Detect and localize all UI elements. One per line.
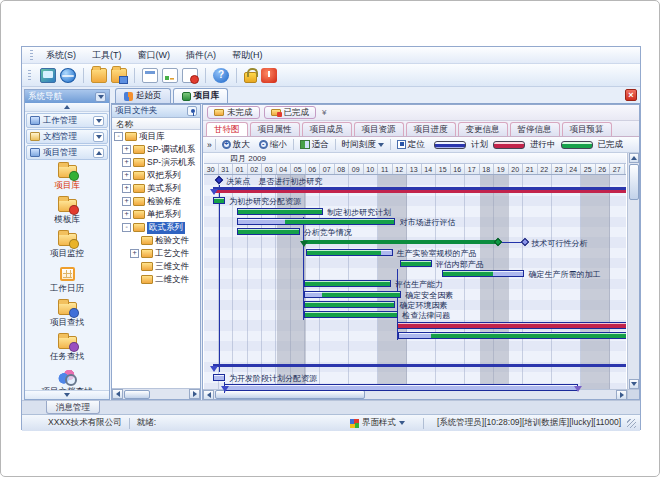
tree-node[interactable]: 二维文件 xyxy=(112,273,200,286)
gantt-tab-暂停信息[interactable]: 暂停信息 xyxy=(510,122,560,136)
menu-item[interactable]: 插件(A) xyxy=(178,48,224,63)
sidebar-item-project-library[interactable]: 项目库 xyxy=(25,160,109,194)
tree-node[interactable]: -欧式系列 xyxy=(112,221,200,234)
tree-horizontal-scrollbar[interactable] xyxy=(112,388,200,399)
sidebar-collapse-button[interactable] xyxy=(95,92,106,102)
gantt-task-bar[interactable] xyxy=(304,291,401,298)
chevron-up-icon[interactable] xyxy=(93,148,104,158)
gantt-toolbar-缩小[interactable]: 缩小 xyxy=(256,138,290,152)
tree-expander-icon[interactable]: + xyxy=(122,184,131,193)
scroll-down-icon[interactable] xyxy=(629,379,639,389)
alert-report-icon[interactable] xyxy=(182,68,198,83)
sidebar-scroll-up-button[interactable] xyxy=(25,103,109,112)
gantt-toolbar-适合[interactable]: 适合 xyxy=(297,138,332,152)
tree-node[interactable]: +单把系列 xyxy=(112,208,200,221)
lock-icon[interactable] xyxy=(244,72,257,83)
scrollbar-thumb[interactable] xyxy=(629,164,639,200)
sidebar-group-collapsed[interactable]: 文档管理 xyxy=(26,129,108,144)
menu-item[interactable]: 窗口(W) xyxy=(130,48,179,63)
tree-node[interactable]: +SP-演示机系 xyxy=(112,156,200,169)
gantt-task-bar[interactable] xyxy=(237,218,395,225)
scroll-up-icon[interactable] xyxy=(629,153,639,163)
gantt-toolbar-定位[interactable]: 定位 xyxy=(394,138,428,152)
report-icon[interactable] xyxy=(142,68,158,83)
gantt-task-bar[interactable] xyxy=(213,374,225,381)
tree-node[interactable]: +工艺文件 xyxy=(112,247,200,260)
gantt-toolbar-放大[interactable]: 放大 xyxy=(219,138,253,152)
globe-icon[interactable] xyxy=(60,68,76,83)
tree-node[interactable]: +双把系列 xyxy=(112,169,200,182)
menu-item[interactable]: 工具(T) xyxy=(84,48,130,63)
gantt-tab-项目进度[interactable]: 项目进度 xyxy=(406,122,456,136)
gantt-tab-项目属性[interactable]: 项目属性 xyxy=(250,122,300,136)
scrollbar-thumb[interactable] xyxy=(215,390,365,399)
document-tab-起始页[interactable]: 起始页 xyxy=(115,88,171,103)
scroll-left-icon[interactable] xyxy=(112,389,123,399)
sidebar-item-project-search[interactable]: 项目查找 xyxy=(25,297,109,331)
gantt-task-bar[interactable] xyxy=(304,280,391,287)
gantt-tab-项目成员[interactable]: 项目成员 xyxy=(302,122,352,136)
gantt-task-bar[interactable] xyxy=(400,260,432,267)
filter-button-已完成[interactable]: 已完成 xyxy=(264,106,317,119)
resize-grip-icon[interactable] xyxy=(627,419,636,428)
tree-expander-icon[interactable]: + xyxy=(122,171,131,180)
gantt-task-bar[interactable] xyxy=(304,301,395,308)
tree-expander-icon[interactable]: - xyxy=(114,132,123,141)
tree-node[interactable]: +SP-调试机系 xyxy=(112,143,200,156)
folder-window-icon[interactable] xyxy=(111,68,127,83)
scroll-left-icon[interactable] xyxy=(203,390,214,400)
tree-expander-icon[interactable]: + xyxy=(122,197,131,206)
overflow-icon[interactable]: ¥ xyxy=(322,108,326,117)
folder-open-icon[interactable] xyxy=(91,68,107,83)
chevron-down-icon[interactable] xyxy=(93,116,104,126)
gantt-milestone[interactable] xyxy=(520,238,528,246)
chart-report-icon[interactable] xyxy=(162,68,178,83)
tree-expander-icon[interactable]: - xyxy=(122,223,131,232)
sidebar-item-project-monitor[interactable]: 项目监控 xyxy=(25,228,109,262)
document-tab-项目库[interactable]: 项目库 xyxy=(173,88,229,103)
tree-node[interactable]: +美式系列 xyxy=(112,182,200,195)
close-icon[interactable]: × xyxy=(625,89,637,101)
gantt-summary-bar[interactable] xyxy=(213,364,626,367)
gantt-task-bar[interactable] xyxy=(442,270,525,277)
pin-icon[interactable] xyxy=(187,106,197,116)
gantt-summary-bar[interactable] xyxy=(303,240,499,244)
gantt-task-bar[interactable] xyxy=(397,322,626,329)
gantt-task-bar[interactable] xyxy=(306,249,393,256)
help-icon[interactable] xyxy=(213,68,229,83)
gantt-tab-变更信息[interactable]: 变更信息 xyxy=(458,122,508,136)
gantt-task-bar[interactable] xyxy=(224,384,579,391)
menu-item[interactable]: 系统(S) xyxy=(38,48,84,63)
toolbar-chevron-icon[interactable]: » xyxy=(207,140,212,150)
tree-expander-icon[interactable]: + xyxy=(130,249,139,258)
gantt-task-bar[interactable] xyxy=(304,311,398,318)
scroll-right-icon[interactable] xyxy=(189,389,200,399)
message-manager-tab[interactable]: 消息管理 xyxy=(46,401,100,414)
gantt-vertical-scrollbar[interactable] xyxy=(627,153,639,389)
sidebar-item-task-search[interactable]: 任务查找 xyxy=(25,331,109,365)
tree-node[interactable]: 检验文件 xyxy=(112,234,200,247)
gantt-task-bar[interactable] xyxy=(237,208,323,215)
monitor-icon[interactable] xyxy=(40,68,56,83)
gantt-toolbar-时间刻度[interactable]: 时间刻度 xyxy=(339,138,387,152)
scrollbar-thumb[interactable] xyxy=(124,390,150,399)
gantt-task-bar[interactable] xyxy=(213,197,225,204)
tree-node[interactable]: +检验标准 xyxy=(112,195,200,208)
gantt-tab-甘特图[interactable]: 甘特图 xyxy=(206,122,248,136)
gantt-task-bar[interactable] xyxy=(237,228,299,235)
sidebar-scroll-down-button[interactable] xyxy=(25,390,109,399)
sidebar-group-expanded[interactable]: 项目管理 xyxy=(26,145,108,160)
tree-column-header[interactable]: 名称 xyxy=(112,118,200,130)
tree-expander-icon[interactable]: + xyxy=(122,158,131,167)
filter-button-未完成[interactable]: 未完成 xyxy=(207,106,260,119)
chevron-down-icon[interactable] xyxy=(93,132,104,142)
gantt-tab-项目资源[interactable]: 项目资源 xyxy=(354,122,404,136)
tree-expander-icon[interactable]: + xyxy=(122,210,131,219)
gantt-tab-项目预算[interactable]: 项目预算 xyxy=(562,122,612,136)
sidebar-group-collapsed[interactable]: 工作管理 xyxy=(26,113,108,128)
sidebar-item-template-library[interactable]: 模板库 xyxy=(25,194,109,228)
tree-node[interactable]: -项目库 xyxy=(112,130,200,143)
sidebar-item-work-calendar[interactable]: 工作日历 xyxy=(25,262,109,297)
tree-node[interactable]: 三维文件 xyxy=(112,260,200,273)
tree-expander-icon[interactable]: + xyxy=(122,145,131,154)
